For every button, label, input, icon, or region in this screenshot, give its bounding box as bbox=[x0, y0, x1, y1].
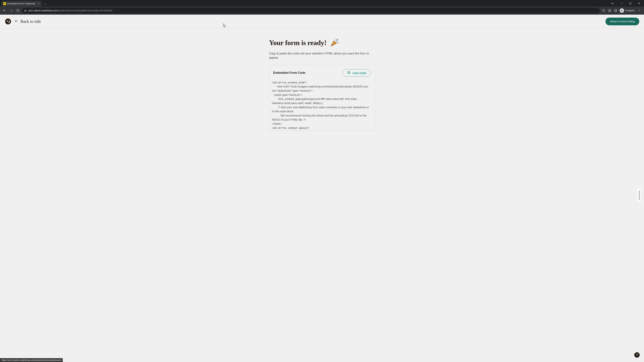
embed-code-title: Embedded Form Code bbox=[273, 71, 306, 75]
bookmark-star-icon[interactable] bbox=[607, 8, 612, 13]
svg-point-6 bbox=[602, 9, 604, 11]
svg-point-13 bbox=[640, 11, 640, 11]
svg-rect-25 bbox=[348, 71, 350, 73]
close-tab-icon[interactable]: ✕ bbox=[38, 2, 40, 5]
return-to-forms-listing-button[interactable]: Return to forms listing bbox=[606, 17, 639, 25]
feedback-tab[interactable]: Feedback bbox=[638, 188, 641, 202]
zoom-search-icon[interactable] bbox=[601, 8, 606, 13]
svg-point-14 bbox=[5, 18, 11, 24]
svg-point-12 bbox=[640, 10, 640, 11]
new-tab-button[interactable]: ＋ bbox=[43, 2, 48, 6]
address-bar[interactable]: us21.admin.mailchimp.com/audience/forms/… bbox=[22, 8, 600, 13]
svg-point-23 bbox=[335, 39, 336, 39]
status-bar: https://us21.admin.mailchimp.com/audienc… bbox=[0, 358, 63, 362]
incognito-icon bbox=[620, 8, 624, 13]
tab-list-caret-icon[interactable] bbox=[610, 0, 615, 6]
embed-code-textarea[interactable]: <div id="mc_embed_shell"> <link href="//… bbox=[272, 79, 374, 129]
page-subtitle: Copy & paste this code into your website… bbox=[269, 51, 375, 60]
nav-reload-button[interactable] bbox=[15, 8, 21, 13]
lock-icon bbox=[24, 9, 26, 12]
tab-title: Embedded Forms | Mailchimp bbox=[8, 2, 36, 5]
window-minimize-icon[interactable] bbox=[618, 1, 626, 6]
copy-code-button[interactable]: Copy Code bbox=[343, 69, 371, 77]
svg-marker-8 bbox=[608, 9, 611, 11]
svg-marker-18 bbox=[331, 41, 336, 46]
browser-toolbar: us21.admin.mailchimp.com/audience/forms/… bbox=[0, 6, 644, 14]
browser-menu-icon[interactable] bbox=[637, 8, 642, 13]
svg-point-16 bbox=[7, 21, 8, 21]
page-title: Your form is ready! bbox=[269, 39, 326, 47]
url-path: /audience/forms/embedded-form/editor?id=… bbox=[58, 9, 112, 12]
back-to-edit-label: Back to edit bbox=[20, 19, 41, 24]
incognito-label: Incognito bbox=[626, 9, 634, 12]
app-header: Back to edit Return to forms listing bbox=[0, 14, 644, 28]
url-text: us21.admin.mailchimp.com/audience/forms/… bbox=[28, 9, 598, 12]
url-host: us21.admin.mailchimp.com bbox=[28, 9, 58, 12]
copy-code-label: Copy Code bbox=[352, 71, 366, 74]
embed-code-card: Embedded Form Code Copy Code <div id="mc… bbox=[269, 65, 375, 131]
nav-forward-button[interactable] bbox=[8, 8, 14, 13]
side-panel-icon[interactable] bbox=[613, 8, 618, 13]
arrow-left-icon bbox=[15, 19, 18, 23]
back-to-edit-link[interactable]: Back to edit bbox=[15, 19, 41, 24]
incognito-indicator[interactable]: Incognito bbox=[619, 8, 636, 13]
window-close-icon[interactable] bbox=[635, 1, 643, 6]
browser-titlebar: ✳ Embedded Forms | Mailchimp ✕ ＋ bbox=[0, 0, 644, 6]
svg-point-11 bbox=[640, 9, 640, 10]
help-button[interactable]: ? bbox=[634, 352, 640, 358]
page-viewport: Back to edit Return to forms listing You… bbox=[0, 14, 644, 362]
copy-icon bbox=[347, 71, 350, 75]
svg-rect-24 bbox=[348, 72, 350, 73]
window-maximize-icon[interactable] bbox=[626, 1, 634, 6]
svg-line-7 bbox=[604, 11, 605, 11]
svg-rect-9 bbox=[614, 9, 617, 11]
mailchimp-favicon-icon: ✳ bbox=[3, 2, 6, 5]
svg-point-21 bbox=[337, 39, 338, 39]
svg-rect-22 bbox=[336, 41, 338, 42]
party-popper-icon bbox=[330, 38, 340, 48]
mailchimp-logo-icon[interactable] bbox=[5, 18, 12, 25]
browser-tab[interactable]: ✳ Embedded Forms | Mailchimp ✕ bbox=[1, 1, 42, 6]
svg-rect-1 bbox=[630, 2, 631, 4]
nav-back-button[interactable] bbox=[2, 8, 8, 13]
